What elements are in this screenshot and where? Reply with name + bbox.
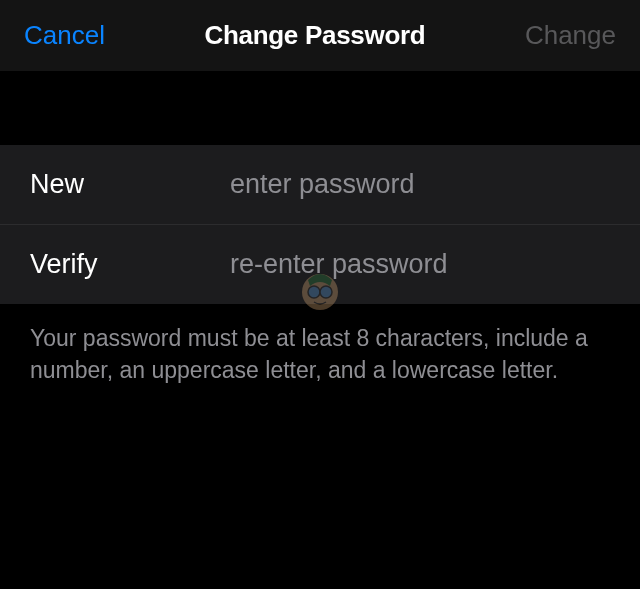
verify-password-row: Verify <box>0 224 640 304</box>
spacer <box>0 71 640 145</box>
new-password-input[interactable] <box>230 169 610 200</box>
verify-password-input[interactable] <box>230 249 610 280</box>
cancel-button[interactable]: Cancel <box>24 20 105 51</box>
password-hint-text: Your password must be at least 8 charact… <box>0 304 640 404</box>
page-title: Change Password <box>204 20 425 51</box>
password-form: New Verify <box>0 145 640 304</box>
verify-password-label: Verify <box>30 249 230 280</box>
new-password-row: New <box>0 145 640 224</box>
navbar: Cancel Change Password Change <box>0 0 640 71</box>
change-button[interactable]: Change <box>525 20 616 51</box>
new-password-label: New <box>30 169 230 200</box>
